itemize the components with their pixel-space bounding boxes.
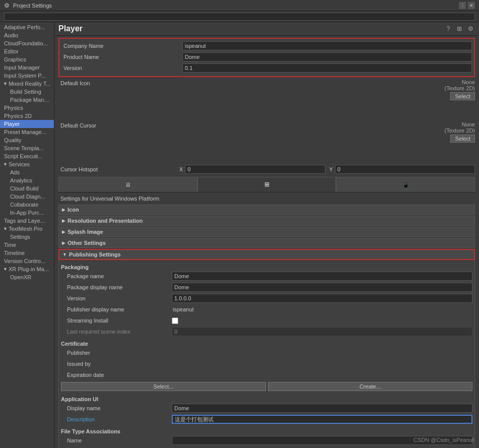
pkg-version-label: Version bbox=[61, 295, 172, 301]
section-publishing-header[interactable]: ▼ Publishing Settings bbox=[58, 249, 475, 260]
cert-create-btn[interactable]: Create... bbox=[268, 382, 473, 391]
search-bar bbox=[0, 11, 479, 22]
section-other-label: Other Settings bbox=[67, 240, 106, 246]
section-splash-arrow: ▶ bbox=[62, 229, 65, 234]
pkg-publisher-label: Publisher display name bbox=[61, 306, 172, 312]
sidebar-item-quality[interactable]: Quality bbox=[0, 136, 54, 144]
sidebar-item-cloud-diagn[interactable]: Cloud Diagn... bbox=[0, 193, 54, 201]
sidebar-item-audio[interactable]: Audio bbox=[0, 31, 54, 39]
pkg-streaming-label: Streaming Install bbox=[61, 317, 172, 324]
sidebar-group-label-mixed-reality: Mixed Reality T... bbox=[9, 81, 51, 87]
sidebar-item-package-mana[interactable]: Package Mana... bbox=[0, 96, 54, 104]
cert-expiration-label: Expiration date bbox=[61, 372, 172, 378]
settings-platform-label: Settings for Universal Windows Platform bbox=[58, 195, 475, 203]
layout-button[interactable]: ⊞ bbox=[455, 24, 464, 33]
cert-publisher-label: Publisher bbox=[61, 350, 172, 356]
sidebar-item-openxr[interactable]: OpenXR bbox=[0, 273, 54, 281]
sidebar-item-input-manager[interactable]: Input Manager bbox=[0, 63, 54, 72]
sidebar-item-script-executi[interactable]: Script Executi... bbox=[0, 152, 54, 160]
hotspot-y-label: Y bbox=[329, 166, 333, 172]
section-publishing: ▼ Publishing Settings Packaging Package … bbox=[58, 249, 475, 448]
title-bar-menu-btn[interactable]: ⋮ bbox=[459, 2, 466, 9]
section-other-header[interactable]: ▶ Other Settings bbox=[58, 238, 475, 248]
panel-title: Player bbox=[58, 24, 444, 33]
tab-android[interactable]: 📱 bbox=[336, 177, 475, 192]
pkg-name-row: Package name bbox=[61, 271, 472, 281]
app-ui-desc-input[interactable] bbox=[172, 415, 472, 424]
cert-issued-label: Issued by bbox=[61, 361, 172, 367]
pkg-version-row: Version bbox=[61, 293, 472, 303]
pkg-version-input[interactable] bbox=[172, 294, 472, 303]
hotspot-y-input[interactable] bbox=[335, 165, 475, 174]
app-ui-display-label: Display name bbox=[61, 405, 172, 411]
sidebar-item-editor[interactable]: Editor bbox=[0, 47, 54, 55]
sidebar-group-textmesh-pro[interactable]: ▼TextMesh Pro bbox=[0, 225, 54, 233]
company-name-input[interactable] bbox=[182, 41, 472, 50]
sidebar-group-arrow-mixed-reality: ▼ bbox=[3, 81, 8, 86]
sidebar-item-graphics[interactable]: Graphics bbox=[0, 55, 54, 63]
tab-windows[interactable]: ⊞ bbox=[197, 177, 336, 192]
company-name-label: Company Name bbox=[61, 43, 182, 49]
sidebar-item-tags-and-laye[interactable]: Tags and Laye... bbox=[0, 217, 54, 225]
cert-buttons: Select... Create... bbox=[61, 382, 472, 391]
sidebar-item-cloud-build[interactable]: Cloud Build bbox=[0, 184, 54, 193]
sidebar-item-settings[interactable]: Settings bbox=[0, 233, 54, 241]
sidebar-item-collaborate[interactable]: Collaborate bbox=[0, 201, 54, 209]
sidebar: Adaptive Perfo...AudioCloudFoundatio...E… bbox=[0, 22, 54, 448]
sidebar-item-in-app-purc[interactable]: In-App Purc... bbox=[0, 209, 54, 217]
android-icon: 📱 bbox=[402, 181, 409, 188]
section-resolution-arrow: ▶ bbox=[62, 218, 65, 223]
help-button[interactable]: ? bbox=[444, 24, 453, 33]
section-splash-header[interactable]: ▶ Splash Image bbox=[58, 227, 475, 237]
sidebar-group-xr-plug-in-ma[interactable]: ▼XR Plug-in Ma... bbox=[0, 265, 54, 273]
app-ui-desc-label: Description bbox=[61, 416, 172, 422]
sidebar-item-preset-manage[interactable]: Preset Manage... bbox=[0, 128, 54, 136]
default-cursor-label: Default Cursor bbox=[58, 121, 179, 130]
app-ui-display-input[interactable] bbox=[172, 404, 472, 413]
section-splash-label: Splash Image bbox=[67, 229, 103, 235]
file-type-name-label: Name bbox=[61, 437, 172, 443]
sidebar-item-physics-2d[interactable]: Physics 2D bbox=[0, 112, 54, 120]
product-name-input[interactable] bbox=[182, 52, 472, 61]
app-ui-title: Application UI bbox=[61, 393, 472, 403]
sidebar-item-physics[interactable]: Physics bbox=[0, 104, 54, 112]
sidebar-item-timeline[interactable]: Timeline bbox=[0, 249, 54, 257]
sidebar-item-cloud-foundation[interactable]: CloudFoundatio... bbox=[0, 39, 54, 47]
streaming-install-checkbox[interactable] bbox=[172, 317, 178, 324]
sidebar-item-player[interactable]: Player bbox=[0, 120, 54, 128]
sidebar-group-mixed-reality[interactable]: ▼Mixed Reality T... bbox=[0, 80, 54, 88]
default-icon-label: Default Icon bbox=[58, 79, 179, 87]
title-bar-title: Project Settings bbox=[13, 3, 459, 9]
sidebar-item-analytics[interactable]: Analytics bbox=[0, 176, 54, 184]
sidebar-item-build-setting[interactable]: Build Setting bbox=[0, 88, 54, 96]
pkg-display-input[interactable] bbox=[172, 283, 472, 292]
sidebar-group-services[interactable]: ▼Services bbox=[0, 160, 54, 168]
section-resolution-header[interactable]: ▶ Resolution and Presentation bbox=[58, 216, 475, 226]
file-type-name-input[interactable] bbox=[172, 436, 472, 445]
sidebar-group-label-xr-plug-in-ma: XR Plug-in Ma... bbox=[9, 266, 49, 272]
title-bar-close-btn[interactable]: ✕ bbox=[468, 2, 475, 9]
version-input[interactable] bbox=[182, 63, 472, 73]
sidebar-item-input-system-p[interactable]: Input System P... bbox=[0, 72, 54, 80]
pkg-name-input[interactable] bbox=[172, 272, 472, 281]
pkg-streaming-row: Streaming Install bbox=[61, 315, 472, 326]
default-icon-select-btn[interactable]: Select bbox=[450, 92, 475, 100]
section-icon-header[interactable]: ▶ Icon bbox=[58, 205, 475, 215]
pkg-name-label: Package name bbox=[61, 273, 172, 279]
default-cursor-select-btn[interactable]: Select bbox=[450, 135, 475, 143]
sidebar-item-ads[interactable]: Ads bbox=[0, 168, 54, 176]
sidebar-group-label-textmesh-pro: TextMesh Pro bbox=[9, 226, 42, 232]
sidebar-item-version-contro[interactable]: Version Contro... bbox=[0, 257, 54, 265]
cert-publisher-row: Publisher bbox=[61, 348, 472, 358]
search-input[interactable] bbox=[4, 13, 475, 21]
tab-desktop[interactable]: 🖥 bbox=[58, 177, 197, 192]
cert-select-btn[interactable]: Select... bbox=[61, 382, 266, 391]
sidebar-item-adaptive-perf[interactable]: Adaptive Perfo... bbox=[0, 23, 54, 31]
settings-gear-button[interactable]: ⚙ bbox=[466, 24, 475, 33]
panel-header: Player ? ⊞ ⚙ bbox=[54, 22, 479, 36]
sidebar-item-time[interactable]: Time bbox=[0, 241, 54, 249]
hotspot-x-input[interactable] bbox=[185, 165, 325, 174]
sidebar-item-scene-templa[interactable]: Scene Templa... bbox=[0, 144, 54, 152]
panel-header-btns: ? ⊞ ⚙ bbox=[444, 24, 475, 33]
section-publishing-body: Packaging Package name Package display n… bbox=[58, 260, 475, 448]
